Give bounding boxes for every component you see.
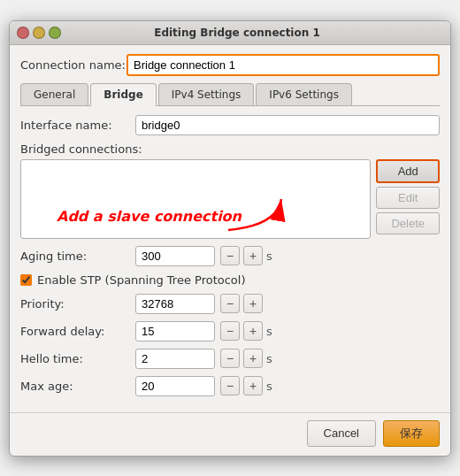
max-age-input[interactable] bbox=[135, 376, 215, 396]
connection-name-row: Connection name: bbox=[20, 54, 440, 76]
maximize-button[interactable] bbox=[49, 27, 61, 39]
bridged-connections-section: Bridged connections: Add a slave connect… bbox=[20, 142, 440, 239]
aging-time-unit: s bbox=[266, 250, 272, 263]
hello-time-input[interactable] bbox=[135, 349, 215, 369]
priority-row: Priority: − + bbox=[20, 294, 440, 314]
tab-general[interactable]: General bbox=[20, 83, 88, 105]
forward-delay-label: Forward delay: bbox=[20, 325, 135, 338]
tab-bridge[interactable]: Bridge bbox=[90, 83, 157, 106]
hello-time-label: Hello time: bbox=[20, 352, 135, 365]
close-button[interactable] bbox=[17, 27, 29, 39]
connection-name-label: Connection name: bbox=[20, 58, 126, 72]
window-controls bbox=[17, 27, 61, 39]
priority-input[interactable] bbox=[135, 294, 215, 314]
window-title: Editing Bridge connection 1 bbox=[66, 27, 408, 39]
aging-time-row: Aging time: − + s bbox=[20, 246, 440, 266]
bridged-connections-list: Add a slave connection bbox=[20, 159, 371, 239]
aging-time-increment[interactable]: + bbox=[243, 246, 263, 265]
max-age-label: Max age: bbox=[20, 380, 135, 393]
priority-controls: − + bbox=[220, 294, 263, 313]
hello-time-increment[interactable]: + bbox=[243, 349, 263, 368]
connection-name-input[interactable] bbox=[126, 54, 440, 76]
max-age-increment[interactable]: + bbox=[243, 376, 263, 395]
save-button[interactable]: 保存 bbox=[383, 420, 440, 447]
interface-name-row: Interface name: bbox=[20, 115, 440, 135]
hello-time-controls: − + bbox=[220, 349, 263, 368]
forward-delay-increment[interactable]: + bbox=[243, 321, 263, 341]
hello-time-unit: s bbox=[266, 352, 272, 365]
priority-decrement[interactable]: − bbox=[220, 294, 240, 313]
stp-label: Enable STP (Spanning Tree Protocol) bbox=[37, 273, 246, 287]
annotation-area: Add a slave connection bbox=[57, 208, 242, 225]
priority-increment[interactable]: + bbox=[243, 294, 263, 313]
aging-time-input[interactable] bbox=[135, 246, 215, 266]
bridged-connections-label: Bridged connections: bbox=[20, 142, 440, 156]
forward-delay-decrement[interactable]: − bbox=[220, 321, 240, 341]
main-window: Editing Bridge connection 1 Connection n… bbox=[9, 20, 451, 457]
bridged-connections-container: Add a slave connection bbox=[20, 159, 440, 239]
tab-bar: General Bridge IPv4 Settings IPv6 Settin… bbox=[20, 83, 440, 106]
interface-name-label: Interface name: bbox=[20, 119, 135, 132]
tab-ipv6[interactable]: IPv6 Settings bbox=[256, 83, 352, 105]
minimize-button[interactable] bbox=[33, 27, 45, 39]
stp-row: Enable STP (Spanning Tree Protocol) bbox=[20, 273, 440, 287]
footer: Cancel 保存 bbox=[10, 412, 450, 456]
forward-delay-unit: s bbox=[266, 325, 272, 338]
stp-checkbox[interactable] bbox=[20, 274, 32, 286]
delete-button[interactable]: Delete bbox=[376, 212, 440, 234]
forward-delay-controls: − + bbox=[220, 321, 263, 341]
edit-button[interactable]: Edit bbox=[376, 187, 440, 209]
tab-ipv4[interactable]: IPv4 Settings bbox=[158, 83, 255, 105]
forward-delay-input[interactable] bbox=[135, 321, 215, 342]
arrow-icon bbox=[224, 190, 295, 234]
content-area: Connection name: General Bridge IPv4 Set… bbox=[10, 45, 450, 412]
max-age-unit: s bbox=[266, 380, 272, 393]
hello-time-row: Hello time: − + s bbox=[20, 349, 440, 369]
bridge-tab-content: Interface name: Bridged connections: Add… bbox=[20, 115, 440, 396]
max-age-controls: − + bbox=[220, 376, 263, 395]
add-button[interactable]: Add bbox=[376, 159, 440, 183]
interface-name-input[interactable] bbox=[135, 115, 440, 135]
max-age-decrement[interactable]: − bbox=[220, 376, 240, 395]
aging-time-controls: − + bbox=[220, 246, 263, 265]
hello-time-decrement[interactable]: − bbox=[220, 349, 240, 368]
priority-label: Priority: bbox=[20, 297, 135, 311]
cancel-button[interactable]: Cancel bbox=[307, 420, 376, 447]
annotation-text: Add a slave connection bbox=[57, 208, 242, 225]
aging-time-decrement[interactable]: − bbox=[220, 246, 240, 265]
bridged-action-buttons: Add Edit Delete bbox=[376, 159, 440, 239]
forward-delay-row: Forward delay: − + s bbox=[20, 321, 440, 342]
titlebar: Editing Bridge connection 1 bbox=[10, 21, 450, 45]
max-age-row: Max age: − + s bbox=[20, 376, 440, 396]
aging-time-label: Aging time: bbox=[20, 250, 135, 263]
